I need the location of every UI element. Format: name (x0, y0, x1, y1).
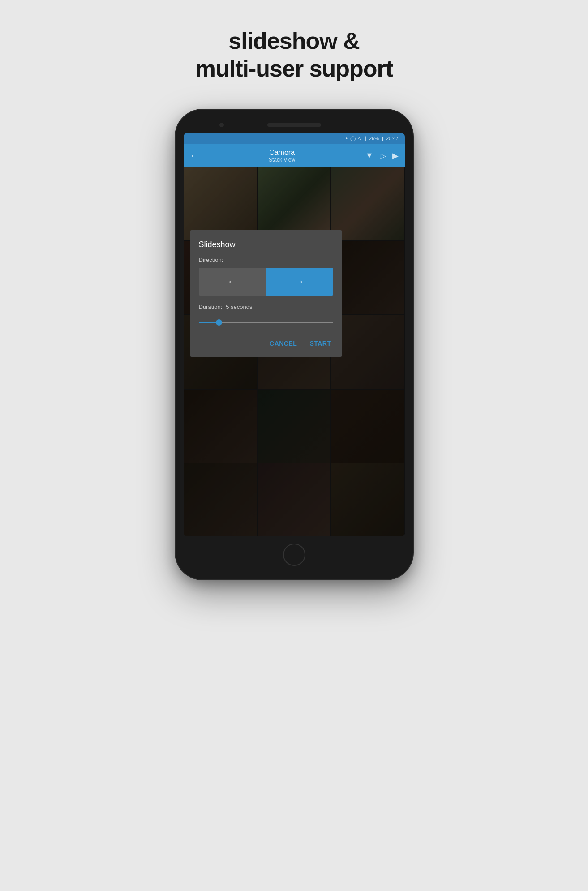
page-title: slideshow & multi-user support (195, 27, 393, 83)
dialog-actions: CANCEL START (199, 333, 333, 351)
bluetooth-icon: ‣ (345, 136, 348, 141)
signal-icon: ∥ (364, 136, 367, 141)
slideshow-dialog: Slideshow Direction: ← → Duration: 5 sec… (190, 230, 342, 357)
app-bar-actions: ▼ ▷ ▶ (365, 151, 399, 161)
phone-screen: ‣ ◯ ∿ ∥ 26% ▮ 20:47 ← Camera Stack View … (184, 133, 405, 537)
status-bar: ‣ ◯ ∿ ∥ 26% ▮ 20:47 (184, 133, 405, 144)
direction-right-button[interactable]: → (266, 268, 333, 296)
cast-icon[interactable]: ▷ (380, 151, 386, 161)
duration-slider-container (199, 317, 333, 333)
dialog-title: Slideshow (199, 240, 333, 249)
right-arrow-icon: → (295, 276, 305, 287)
slider-thumb[interactable] (216, 319, 222, 326)
cancel-button[interactable]: CANCEL (268, 336, 299, 351)
phone-camera (219, 123, 224, 127)
wifi-icon: ∿ (358, 136, 362, 141)
left-arrow-icon: ← (227, 276, 237, 287)
app-bar: ← Camera Stack View ▼ ▷ ▶ (184, 144, 405, 167)
alarm-icon: ◯ (350, 136, 356, 141)
duration-label: Duration: (199, 304, 223, 310)
direction-left-button[interactable]: ← (199, 268, 266, 296)
home-button[interactable] (283, 544, 305, 566)
slider-track (199, 322, 333, 323)
duration-row: Duration: 5 seconds (199, 304, 333, 310)
dialog-overlay: Slideshow Direction: ← → Duration: 5 sec… (184, 167, 405, 537)
start-button[interactable]: START (308, 336, 333, 351)
play-icon[interactable]: ▶ (392, 151, 399, 161)
phone-speaker (267, 123, 321, 127)
battery-percent: 26% (369, 136, 379, 141)
content-area: Slideshow Direction: ← → Duration: 5 sec… (184, 167, 405, 537)
app-bar-subtitle: Stack View (205, 157, 359, 163)
back-button[interactable]: ← (190, 150, 199, 161)
phone-bottom-bar (184, 536, 405, 571)
dropdown-icon[interactable]: ▼ (365, 151, 373, 160)
battery-icon: ▮ (381, 136, 384, 141)
app-bar-title-group: Camera Stack View (205, 149, 359, 163)
phone-top-bar (184, 118, 405, 133)
duration-value: 5 seconds (226, 304, 252, 310)
app-bar-title: Camera (205, 149, 359, 157)
direction-label: Direction: (199, 257, 333, 263)
direction-buttons: ← → (199, 268, 333, 296)
status-icons: ‣ ◯ ∿ ∥ 26% ▮ 20:47 (345, 136, 399, 141)
phone-device: ‣ ◯ ∿ ∥ 26% ▮ 20:47 ← Camera Stack View … (176, 110, 413, 580)
clock: 20:47 (386, 136, 399, 141)
